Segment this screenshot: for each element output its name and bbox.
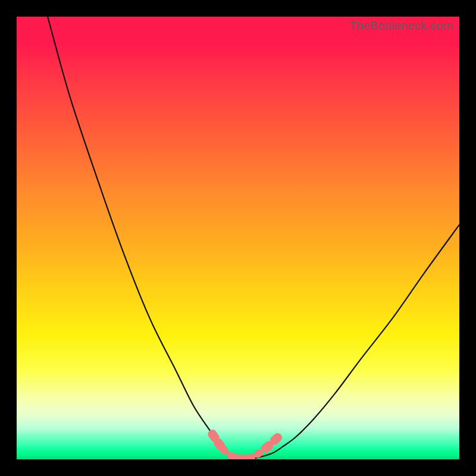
plot-area: TheBottleneck.com: [17, 17, 459, 459]
curves-svg: [17, 17, 459, 459]
bottleneck-markers: [206, 428, 284, 459]
right-curve: [251, 225, 459, 459]
left-curve: [48, 17, 245, 459]
chart-frame: TheBottleneck.com: [0, 0, 476, 476]
watermark-text: TheBottleneck.com: [349, 19, 453, 33]
